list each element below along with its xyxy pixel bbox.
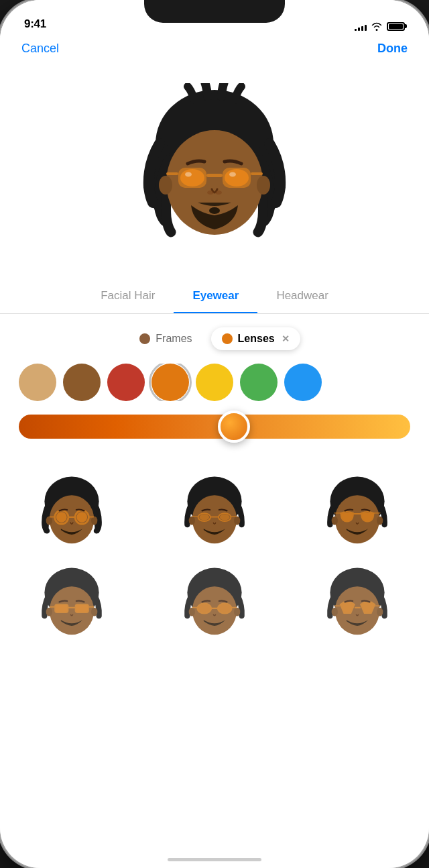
svg-rect-53 (68, 607, 75, 608)
svg-point-7 (225, 169, 249, 186)
lenses-label: Lenses (238, 333, 275, 345)
svg-point-30 (234, 517, 240, 525)
tabs-container: Facial Hair Eyewear Headwear (0, 289, 429, 313)
svg-point-47 (46, 608, 52, 616)
tab-section: Facial Hair Eyewear Headwear (0, 281, 429, 314)
lenses-filter[interactable]: Lenses ✕ (211, 327, 300, 350)
slider-thumb[interactable] (218, 411, 250, 443)
avatar-grid-item-4[interactable] (0, 559, 143, 651)
nav-bar: Cancel Done (0, 36, 429, 66)
battery-fill (389, 24, 403, 29)
svg-point-58 (189, 608, 195, 616)
wifi-icon (371, 21, 383, 31)
frames-dot (139, 333, 150, 344)
lenses-close-icon[interactable]: ✕ (282, 333, 290, 344)
svg-point-22 (56, 512, 67, 523)
avatar-grid (0, 468, 429, 651)
controls-area: Frames Lenses ✕ (0, 314, 429, 468)
signal-bar-4 (365, 25, 367, 31)
swatch-brown[interactable] (63, 364, 101, 401)
color-swatches (16, 364, 413, 401)
svg-point-17 (49, 495, 93, 543)
svg-point-29 (189, 517, 195, 525)
grid-avatar-2 (174, 474, 255, 554)
svg-rect-25 (49, 517, 54, 518)
grid-avatar-6 (317, 565, 397, 645)
grid-avatar-5 (174, 565, 255, 645)
svg-point-41 (377, 517, 383, 525)
svg-rect-11 (166, 172, 178, 175)
done-button[interactable]: Done (377, 42, 408, 56)
avatar-grid-item-5[interactable] (143, 559, 286, 651)
svg-rect-24 (68, 517, 76, 518)
svg-rect-10 (206, 174, 223, 177)
svg-point-2 (159, 176, 172, 195)
svg-point-48 (91, 608, 97, 616)
avatar-grid-item-1[interactable] (0, 468, 143, 559)
home-indicator (168, 858, 261, 861)
grid-avatar-1 (32, 474, 112, 554)
svg-point-70 (377, 608, 383, 616)
svg-rect-66 (231, 607, 237, 608)
svg-point-23 (76, 512, 87, 523)
memoji-preview (127, 83, 302, 258)
phone-screen: 9:41 (0, 0, 429, 868)
svg-rect-54 (49, 606, 54, 608)
svg-point-40 (332, 517, 338, 525)
phone-frame: 9:41 (0, 0, 429, 868)
svg-point-59 (234, 608, 240, 616)
svg-point-18 (46, 517, 52, 525)
battery-icon (387, 22, 405, 31)
svg-point-8 (185, 172, 192, 177)
cancel-button[interactable]: Cancel (21, 42, 59, 56)
signal-bar-3 (361, 26, 363, 31)
svg-point-6 (180, 169, 204, 186)
svg-rect-37 (231, 516, 237, 517)
svg-point-69 (332, 608, 338, 616)
svg-point-15 (209, 207, 220, 214)
svg-rect-65 (192, 607, 198, 608)
avatar-grid-item-2[interactable] (143, 468, 286, 559)
svg-rect-35 (210, 517, 219, 518)
lenses-dot (222, 333, 233, 344)
grid-avatar-3 (317, 474, 397, 554)
tab-eyewear[interactable]: Eyewear (174, 289, 257, 313)
swatch-yellow[interactable] (196, 364, 233, 401)
svg-rect-55 (88, 606, 94, 608)
avatar-grid-item-3[interactable] (286, 468, 429, 559)
swatch-blue[interactable] (284, 364, 322, 401)
memoji-svg (127, 83, 302, 258)
signal-bar-2 (358, 28, 360, 31)
notch (144, 0, 285, 23)
svg-rect-26 (88, 517, 94, 518)
frames-filter[interactable]: Frames (129, 327, 202, 350)
tab-headwear[interactable]: Headwear (257, 289, 347, 313)
swatch-orange[interactable] (151, 364, 189, 401)
signal-bars-icon (355, 22, 367, 31)
frames-label: Frames (156, 333, 192, 345)
slider-container (16, 415, 413, 439)
svg-rect-12 (251, 172, 263, 175)
svg-point-9 (229, 172, 236, 177)
svg-point-33 (199, 514, 209, 520)
swatch-green[interactable] (240, 364, 278, 401)
status-icons (355, 21, 405, 31)
svg-point-14 (215, 191, 222, 195)
svg-rect-42 (353, 513, 361, 514)
svg-rect-75 (355, 607, 361, 608)
svg-rect-64 (211, 608, 219, 609)
status-time: 9:41 (24, 17, 46, 31)
svg-rect-49 (55, 604, 68, 612)
svg-rect-43 (334, 512, 341, 513)
tab-facial-hair[interactable]: Facial Hair (82, 289, 174, 313)
svg-point-3 (257, 176, 270, 195)
swatch-red[interactable] (107, 364, 145, 401)
svg-rect-44 (374, 512, 381, 513)
svg-rect-76 (334, 605, 341, 606)
slider-track[interactable] (19, 415, 410, 439)
filter-row: Frames Lenses ✕ (16, 327, 413, 350)
avatar-grid-item-6[interactable] (286, 559, 429, 651)
svg-point-34 (220, 514, 230, 520)
signal-bar-1 (355, 29, 357, 31)
swatch-tan[interactable] (19, 364, 56, 401)
